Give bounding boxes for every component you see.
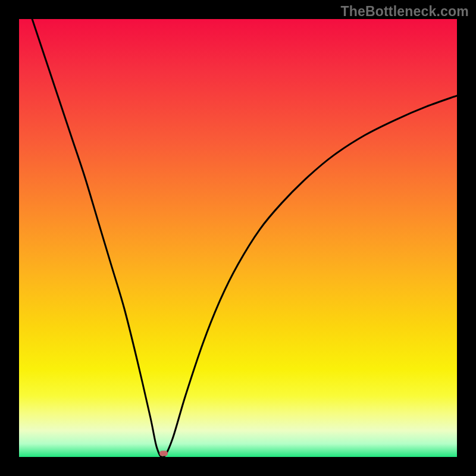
bottleneck-curve xyxy=(32,19,457,457)
plot-area xyxy=(19,19,457,457)
chart-frame: TheBottleneck.com xyxy=(0,0,476,476)
curve-svg xyxy=(19,19,457,457)
minimum-marker xyxy=(159,451,168,456)
watermark-text: TheBottleneck.com xyxy=(340,4,469,20)
